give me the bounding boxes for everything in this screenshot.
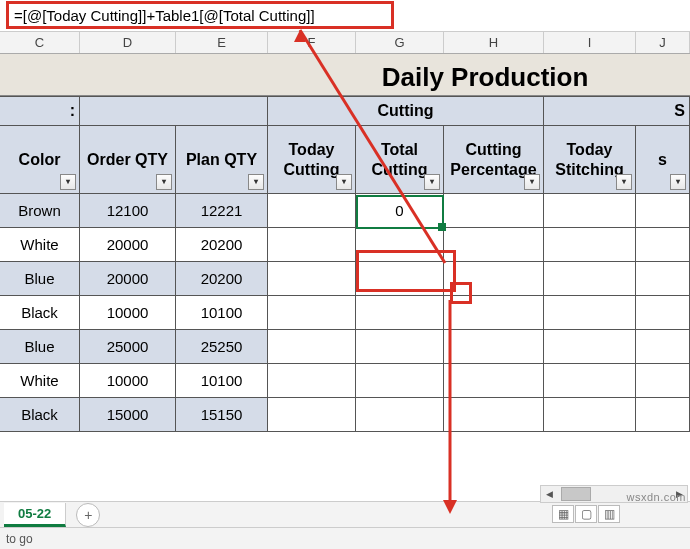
cell-plan[interactable]: 10100 [176,296,268,329]
col-header-d[interactable]: D [80,32,176,53]
col-total-label: Total Cutting [358,140,441,178]
cell-tc[interactable] [268,398,356,431]
filter-icon[interactable]: ▾ [424,174,440,190]
col-cutting-pct[interactable]: Cutting Percentage ▾ [444,126,544,193]
cell-color[interactable]: Blue [0,330,80,363]
col-color[interactable]: Color ▾ [0,126,80,193]
cell-plan[interactable]: 10100 [176,364,268,397]
cell-ts[interactable] [544,330,636,363]
col-plan-label: Plan QTY [186,150,257,169]
table-row: White 20000 20200 [0,228,690,262]
section-left: : [0,96,80,125]
merged-header-row: : Cutting S [0,96,690,126]
cell-order[interactable]: 20000 [80,228,176,261]
cell-plan[interactable]: 25250 [176,330,268,363]
cell-pct[interactable] [444,398,544,431]
cell-color[interactable]: Black [0,398,80,431]
page-layout-icon[interactable]: ▢ [575,505,597,523]
cell-plan[interactable]: 20200 [176,228,268,261]
cell-order[interactable]: 15000 [80,398,176,431]
cell-s[interactable] [636,330,690,363]
cell-total[interactable] [356,330,444,363]
cell-total[interactable] [356,398,444,431]
normal-view-icon[interactable]: ▦ [552,505,574,523]
table-row: White 10000 10100 [0,364,690,398]
cell-ts[interactable] [544,296,636,329]
cell-s[interactable] [636,228,690,261]
cell-order[interactable]: 20000 [80,262,176,295]
scroll-left-icon[interactable]: ◀ [541,487,557,501]
cell-tc[interactable] [268,364,356,397]
formula-input[interactable] [8,4,682,28]
status-text: to go [6,532,33,546]
cell-pct[interactable] [444,194,544,227]
cell-s[interactable] [636,398,690,431]
cell-tc[interactable] [268,330,356,363]
cell-s[interactable] [636,364,690,397]
filter-icon[interactable]: ▾ [670,174,686,190]
filter-icon[interactable]: ▾ [60,174,76,190]
cell-pct[interactable] [444,228,544,261]
page-break-icon[interactable]: ▥ [598,505,620,523]
filter-icon[interactable]: ▾ [616,174,632,190]
cell-plan[interactable]: 20200 [176,262,268,295]
cell-total[interactable] [356,262,444,295]
cell-order[interactable]: 12100 [80,194,176,227]
cell-color[interactable]: Brown [0,194,80,227]
cell-total[interactable] [356,228,444,261]
filter-icon[interactable]: ▾ [248,174,264,190]
col-s-label: s [658,150,667,169]
cell-total[interactable] [356,296,444,329]
cell-ts[interactable] [544,262,636,295]
col-today-stitching[interactable]: Today Stitching ▾ [544,126,636,193]
cell-s[interactable] [636,262,690,295]
col-ts-label: Today Stitching [546,140,633,178]
formula-bar [0,0,690,32]
col-header-e[interactable]: E [176,32,268,53]
cell-color[interactable]: Black [0,296,80,329]
col-header-c[interactable]: C [0,32,80,53]
cell-order[interactable]: 10000 [80,364,176,397]
cell-tc[interactable] [268,194,356,227]
cell-color[interactable]: White [0,228,80,261]
cell-tc[interactable] [268,228,356,261]
col-header-j[interactable]: J [636,32,690,53]
cell-color[interactable]: White [0,364,80,397]
filter-icon[interactable]: ▾ [336,174,352,190]
col-header-h[interactable]: H [444,32,544,53]
cell-total[interactable]: 0 [356,194,444,227]
cell-ts[interactable] [544,194,636,227]
filter-icon[interactable]: ▾ [524,174,540,190]
add-sheet-button[interactable]: + [76,503,100,527]
sheet-tab-active[interactable]: 05-22 [4,503,66,527]
cell-ts[interactable] [544,398,636,431]
col-plan-qty[interactable]: Plan QTY ▾ [176,126,268,193]
cell-plan[interactable]: 15150 [176,398,268,431]
cell-ts[interactable] [544,228,636,261]
cell-s[interactable] [636,296,690,329]
sheet-area: Daily Production : Cutting S Color ▾ Ord… [0,54,690,432]
col-header-i[interactable]: I [544,32,636,53]
cell-plan[interactable]: 12221 [176,194,268,227]
cell-order[interactable]: 10000 [80,296,176,329]
col-total-cutting[interactable]: Total Cutting ▾ [356,126,444,193]
scroll-thumb[interactable] [561,487,591,501]
cutting-header: Cutting [268,96,544,125]
cell-pct[interactable] [444,330,544,363]
col-today-cutting[interactable]: Today Cutting ▾ [268,126,356,193]
cell-pct[interactable] [444,296,544,329]
cell-order[interactable]: 25000 [80,330,176,363]
filter-icon[interactable]: ▾ [156,174,172,190]
cell-ts[interactable] [544,364,636,397]
cell-total[interactable] [356,364,444,397]
cell-color[interactable]: Blue [0,262,80,295]
col-order-qty[interactable]: Order QTY ▾ [80,126,176,193]
cell-tc[interactable] [268,262,356,295]
col-header-g[interactable]: G [356,32,444,53]
cell-pct[interactable] [444,364,544,397]
cell-tc[interactable] [268,296,356,329]
cell-s[interactable] [636,194,690,227]
cell-pct[interactable] [444,262,544,295]
col-s[interactable]: s ▾ [636,126,690,193]
col-header-f[interactable]: F [268,32,356,53]
